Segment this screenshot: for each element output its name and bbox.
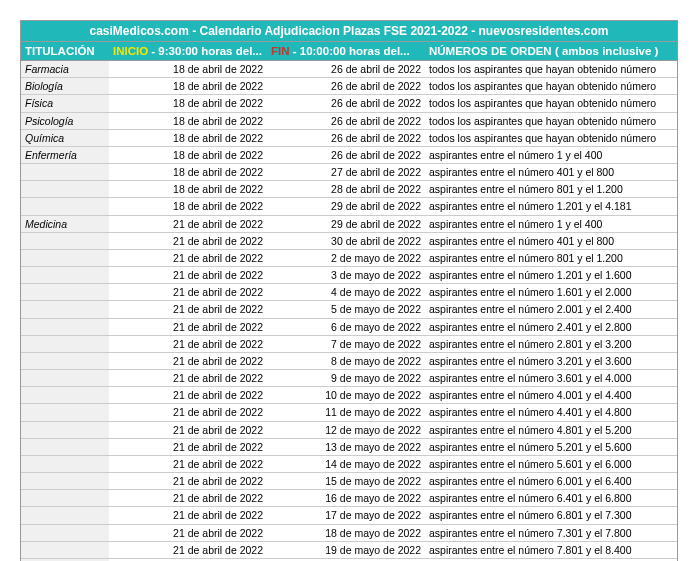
- cell-numeros: aspirantes entre el número 6.401 y el 6.…: [425, 490, 677, 506]
- table-row: 21 de abril de 202217 de mayo de 2022asp…: [21, 507, 677, 524]
- cell-fin: 26 de abril de 2022: [267, 61, 425, 77]
- cell-titulacion: [21, 422, 109, 438]
- cell-inicio: 21 de abril de 2022: [109, 216, 267, 232]
- table-row: 21 de abril de 20225 de mayo de 2022aspi…: [21, 301, 677, 318]
- header-numeros: NÚMEROS DE ORDEN ( ambos inclusive ): [425, 42, 677, 60]
- table-row: 21 de abril de 20228 de mayo de 2022aspi…: [21, 353, 677, 370]
- cell-inicio: 21 de abril de 2022: [109, 336, 267, 352]
- table-row: 21 de abril de 202213 de mayo de 2022asp…: [21, 439, 677, 456]
- cell-fin: 8 de mayo de 2022: [267, 353, 425, 369]
- header-numeros-label: NÚMEROS DE ORDEN: [429, 45, 552, 57]
- cell-numeros: todos los aspirantes que hayan obtenido …: [425, 113, 677, 129]
- cell-inicio: 21 de abril de 2022: [109, 473, 267, 489]
- cell-fin: 26 de abril de 2022: [267, 78, 425, 94]
- cell-fin: 28 de abril de 2022: [267, 181, 425, 197]
- cell-numeros: aspirantes entre el número 1.201 y el 1.…: [425, 267, 677, 283]
- cell-fin: 13 de mayo de 2022: [267, 439, 425, 455]
- cell-inicio: 21 de abril de 2022: [109, 404, 267, 420]
- cell-fin: 10 de mayo de 2022: [267, 387, 425, 403]
- cell-inicio: 21 de abril de 2022: [109, 250, 267, 266]
- cell-inicio: 18 de abril de 2022: [109, 198, 267, 214]
- cell-inicio: 18 de abril de 2022: [109, 164, 267, 180]
- cell-inicio: 18 de abril de 2022: [109, 78, 267, 94]
- cell-numeros: aspirantes entre el número 4.401 y el 4.…: [425, 404, 677, 420]
- header-fin-time: - 10:00:00 horas del...: [290, 45, 410, 57]
- cell-titulacion: [21, 336, 109, 352]
- cell-numeros: aspirantes entre el número 1 y el 400: [425, 216, 677, 232]
- table-row: 18 de abril de 202227 de abril de 2022as…: [21, 164, 677, 181]
- header-fin-label: FIN: [271, 45, 290, 57]
- cell-inicio: 18 de abril de 2022: [109, 130, 267, 146]
- cell-numeros: aspirantes entre el número 1.601 y el 2.…: [425, 284, 677, 300]
- cell-fin: 30 de abril de 2022: [267, 233, 425, 249]
- cell-inicio: 21 de abril de 2022: [109, 370, 267, 386]
- header-fin: FIN - 10:00:00 horas del...: [267, 42, 425, 60]
- cell-numeros: aspirantes entre el número 2.001 y el 2.…: [425, 301, 677, 317]
- cell-fin: 26 de abril de 2022: [267, 147, 425, 163]
- table-row: 21 de abril de 202211 de mayo de 2022asp…: [21, 404, 677, 421]
- cell-titulacion: Medicina: [21, 216, 109, 232]
- table-body: Farmacia18 de abril de 202226 de abril d…: [21, 61, 677, 561]
- header-inicio-label: INICIO: [113, 45, 148, 57]
- cell-numeros: aspirantes entre el número 7.301 y el 7.…: [425, 525, 677, 541]
- cell-inicio: 21 de abril de 2022: [109, 422, 267, 438]
- cell-fin: 12 de mayo de 2022: [267, 422, 425, 438]
- header-titulacion: TITULACIÓN: [21, 42, 109, 60]
- cell-titulacion: [21, 370, 109, 386]
- cell-fin: 19 de mayo de 2022: [267, 542, 425, 558]
- table-row: Enfermería18 de abril de 202226 de abril…: [21, 147, 677, 164]
- cell-fin: 29 de abril de 2022: [267, 216, 425, 232]
- cell-titulacion: [21, 198, 109, 214]
- table-row: Biología18 de abril de 202226 de abril d…: [21, 78, 677, 95]
- cell-inicio: 18 de abril de 2022: [109, 147, 267, 163]
- header-inicio-time: - 9:30:00 horas del...: [148, 45, 262, 57]
- cell-titulacion: [21, 181, 109, 197]
- cell-numeros: aspirantes entre el número 5.601 y el 6.…: [425, 456, 677, 472]
- cell-titulacion: Biología: [21, 78, 109, 94]
- cell-numeros: aspirantes entre el número 5.201 y el 5.…: [425, 439, 677, 455]
- cell-inicio: 18 de abril de 2022: [109, 181, 267, 197]
- table-row: 21 de abril de 202230 de abril de 2022as…: [21, 233, 677, 250]
- cell-fin: 15 de mayo de 2022: [267, 473, 425, 489]
- cell-fin: 29 de abril de 2022: [267, 198, 425, 214]
- cell-inicio: 21 de abril de 2022: [109, 284, 267, 300]
- cell-fin: 5 de mayo de 2022: [267, 301, 425, 317]
- cell-fin: 6 de mayo de 2022: [267, 319, 425, 335]
- table-row: 21 de abril de 202218 de mayo de 2022asp…: [21, 525, 677, 542]
- cell-inicio: 21 de abril de 2022: [109, 233, 267, 249]
- cell-numeros: todos los aspirantes que hayan obtenido …: [425, 61, 677, 77]
- cell-inicio: 21 de abril de 2022: [109, 542, 267, 558]
- cell-titulacion: Farmacia: [21, 61, 109, 77]
- cell-numeros: aspirantes entre el número 6.001 y el 6.…: [425, 473, 677, 489]
- cell-titulacion: [21, 525, 109, 541]
- cell-titulacion: [21, 233, 109, 249]
- cell-inicio: 21 de abril de 2022: [109, 456, 267, 472]
- cell-numeros: aspirantes entre el número 4.001 y el 4.…: [425, 387, 677, 403]
- cell-titulacion: [21, 267, 109, 283]
- cell-fin: 9 de mayo de 2022: [267, 370, 425, 386]
- cell-fin: 18 de mayo de 2022: [267, 525, 425, 541]
- cell-inicio: 21 de abril de 2022: [109, 387, 267, 403]
- cell-numeros: aspirantes entre el número 7.801 y el 8.…: [425, 542, 677, 558]
- cell-fin: 26 de abril de 2022: [267, 130, 425, 146]
- cell-titulacion: Física: [21, 95, 109, 111]
- cell-titulacion: Enfermería: [21, 147, 109, 163]
- cell-fin: 27 de abril de 2022: [267, 164, 425, 180]
- cell-titulacion: Química: [21, 130, 109, 146]
- table-row: 21 de abril de 202210 de mayo de 2022asp…: [21, 387, 677, 404]
- cell-titulacion: [21, 404, 109, 420]
- page-title: casiMedicos.com - Calendario Adjudicacio…: [21, 21, 677, 42]
- table-row: Física18 de abril de 202226 de abril de …: [21, 95, 677, 112]
- cell-inicio: 21 de abril de 2022: [109, 507, 267, 523]
- table-row: 21 de abril de 202216 de mayo de 2022asp…: [21, 490, 677, 507]
- cell-numeros: aspirantes entre el número 3.601 y el 4.…: [425, 370, 677, 386]
- table-row: 21 de abril de 20224 de mayo de 2022aspi…: [21, 284, 677, 301]
- cell-titulacion: [21, 507, 109, 523]
- cell-titulacion: [21, 250, 109, 266]
- cell-fin: 26 de abril de 2022: [267, 95, 425, 111]
- table-row: 18 de abril de 202228 de abril de 2022as…: [21, 181, 677, 198]
- cell-inicio: 21 de abril de 2022: [109, 525, 267, 541]
- table-row: 21 de abril de 202219 de mayo de 2022asp…: [21, 542, 677, 559]
- cell-inicio: 21 de abril de 2022: [109, 490, 267, 506]
- cell-titulacion: [21, 284, 109, 300]
